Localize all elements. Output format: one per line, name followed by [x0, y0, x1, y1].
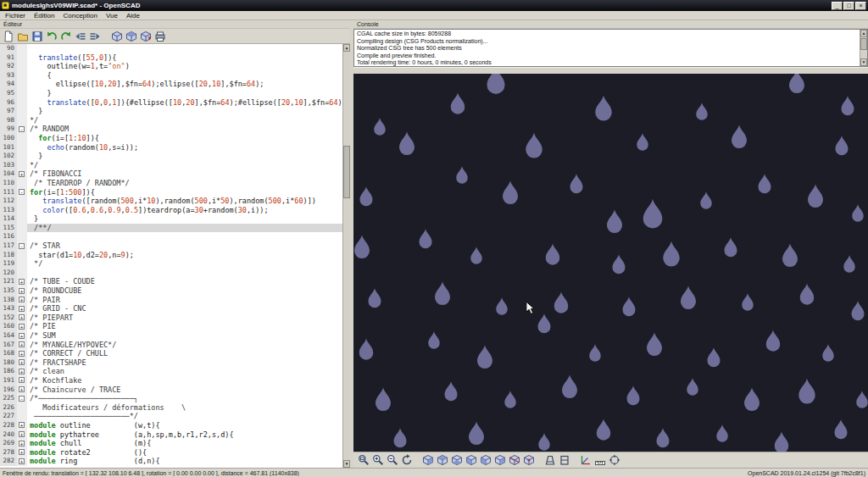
code-line[interactable]: 95 } [0, 89, 342, 98]
fold-expand-icon[interactable]: + [19, 431, 25, 437]
fold-margin[interactable]: + [17, 448, 27, 458]
code-line[interactable]: 278+module rotate2 (){ [0, 448, 342, 458]
code-line[interactable]: 116 [0, 232, 342, 241]
code-line[interactable]: 135+/* ROUNDCUBE [0, 286, 342, 296]
code-line[interactable]: 226 Modificateurs / déformations \ [0, 403, 342, 413]
fold-margin[interactable]: - [17, 188, 27, 197]
code-line[interactable]: 138+/* PAIR [0, 296, 342, 305]
code-line[interactable]: 104+/* FIBONACCI [0, 169, 342, 179]
fold-margin[interactable]: + [17, 367, 27, 376]
fold-expand-icon[interactable]: + [19, 288, 25, 294]
horizontal-splitter[interactable] [353, 67, 868, 74]
code-line[interactable]: 114 } [0, 214, 342, 224]
fold-expand-icon[interactable]: + [19, 306, 25, 312]
fold-margin[interactable]: + [17, 457, 27, 466]
code-line[interactable]: 119 */ [0, 259, 342, 269]
fold-margin[interactable]: + [17, 430, 27, 440]
fold-collapse-icon[interactable]: - [19, 396, 25, 402]
fold-expand-icon[interactable]: + [19, 324, 25, 330]
preview-icon[interactable] [110, 30, 124, 43]
fold-collapse-icon[interactable]: - [19, 126, 25, 132]
view-front-icon[interactable] [479, 454, 492, 467]
redo-icon[interactable] [59, 30, 73, 43]
new-file-icon[interactable] [2, 30, 15, 43]
indent-icon[interactable] [88, 30, 102, 43]
maximize-button[interactable]: □ [843, 2, 854, 10]
menu-item[interactable]: Conception [58, 11, 101, 20]
perspective-icon[interactable] [543, 454, 556, 467]
title-bar[interactable]: moduleslghsV09WIP.scad* - OpenSCAD _□× [0, 0, 868, 11]
code-line[interactable]: 100 for(i=[1:10]){ [0, 134, 342, 143]
fold-expand-icon[interactable]: + [19, 314, 25, 320]
code-line[interactable]: 111-for(i=[1:500]){ [0, 188, 342, 197]
code-line[interactable]: 101 echo(random(10,s=i)); [0, 143, 342, 153]
undo-icon[interactable] [45, 30, 58, 43]
menu-item[interactable]: Édition [30, 11, 58, 20]
code-line[interactable]: 164+/* SUM [0, 331, 342, 341]
code-line[interactable]: 118 star(d1=10,d2=20,n=9); [0, 251, 342, 260]
scroll-up-icon[interactable]: ▲ [860, 30, 867, 37]
code-line[interactable]: 90 [0, 44, 342, 53]
menu-item[interactable]: Vue [102, 11, 122, 20]
editor-scrollbar[interactable]: ▲ ▼ [342, 44, 350, 468]
axes-icon[interactable] [579, 454, 592, 467]
scale-markers-icon[interactable] [593, 454, 606, 467]
view-center-icon[interactable] [522, 454, 535, 467]
editor-scrollbar-thumb[interactable] [343, 146, 350, 198]
fold-expand-icon[interactable]: + [19, 458, 25, 464]
code-line[interactable]: 225-/*──────────────────────┐ [0, 394, 342, 403]
code-line[interactable]: 186+/* clean [0, 367, 342, 376]
code-line[interactable]: 196+/* Chaincurve / TRACE [0, 385, 342, 395]
scroll-up-icon[interactable]: ▲ [343, 44, 350, 52]
code-line[interactable]: 191+/* Kochflake [0, 376, 342, 385]
fold-margin[interactable]: - [17, 241, 27, 251]
code-area[interactable]: 9091 translate([55,0]){92 outline(w=1,t=… [0, 44, 350, 468]
fold-expand-icon[interactable]: + [19, 171, 25, 177]
fold-margin[interactable]: + [17, 358, 27, 368]
fold-margin[interactable]: + [17, 349, 27, 358]
code-line[interactable]: 160+/* PIE [0, 322, 342, 331]
fold-margin[interactable]: + [17, 385, 27, 395]
code-line[interactable]: 113 color([0.6,0.6,0.9,0.5])teardrop(a=3… [0, 206, 342, 215]
code-line[interactable]: 93 { [0, 71, 342, 80]
fold-expand-icon[interactable]: + [19, 449, 25, 455]
code-line[interactable]: 91 translate([55,0]){ [0, 53, 342, 63]
fold-expand-icon[interactable]: + [19, 377, 25, 383]
code-line-current[interactable]: 115 /**/ [0, 224, 342, 233]
code-line[interactable]: 227 ──────────────────────*/ [0, 412, 342, 421]
code-line[interactable]: 120 [0, 269, 342, 278]
render-icon[interactable] [125, 30, 138, 43]
code-line[interactable]: 103*/ [0, 161, 342, 170]
scroll-down-icon[interactable]: ▼ [343, 460, 350, 468]
code-line[interactable]: 97 } [0, 107, 342, 116]
code-line[interactable]: 228+module outline (w,t){ [0, 421, 342, 430]
fold-expand-icon[interactable]: + [19, 297, 25, 302]
fold-expand-icon[interactable]: + [19, 369, 25, 374]
fold-collapse-icon[interactable]: - [19, 243, 25, 249]
close-button[interactable]: × [855, 2, 866, 10]
fold-margin[interactable]: + [17, 313, 27, 323]
viewport-3d[interactable] [353, 74, 868, 452]
fold-expand-icon[interactable]: + [19, 422, 25, 428]
fold-expand-icon[interactable]: + [19, 351, 25, 357]
code-line[interactable]: 99-/* RANDOM [0, 125, 342, 134]
console-dock-title[interactable]: Console [353, 20, 868, 29]
save-icon[interactable] [31, 30, 44, 43]
code-line[interactable]: 167+/* MYANGLE/HYPOVEC*/ [0, 341, 342, 350]
editor-dock-title[interactable]: Éditeur [0, 20, 350, 29]
code-line[interactable]: 117-/* STAR [0, 241, 342, 251]
view-all-icon[interactable] [357, 454, 370, 467]
export-stl-icon[interactable] [139, 30, 153, 43]
crosshairs-icon[interactable] [608, 454, 620, 467]
fold-margin[interactable]: + [17, 439, 27, 448]
fold-collapse-icon[interactable]: - [19, 189, 25, 195]
fold-expand-icon[interactable]: + [19, 341, 25, 347]
fold-expand-icon[interactable]: + [19, 359, 25, 365]
fold-margin[interactable]: + [17, 304, 27, 313]
code-line[interactable]: 98*/ [0, 116, 342, 125]
fold-margin[interactable]: - [17, 394, 27, 403]
view-left-icon[interactable] [465, 454, 477, 467]
fold-margin[interactable]: + [17, 296, 27, 305]
fold-margin[interactable]: + [17, 322, 27, 331]
menu-item[interactable]: Fichier [1, 11, 30, 20]
